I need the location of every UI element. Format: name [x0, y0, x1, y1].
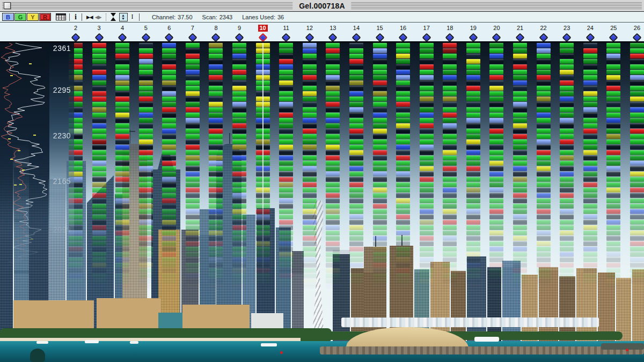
- lane-diamond-icon[interactable]: [141, 33, 150, 42]
- lane-marker-15[interactable]: 15: [368, 23, 392, 41]
- lane-diamond-icon[interactable]: [562, 33, 572, 42]
- gel-band: [162, 172, 176, 176]
- gel-band: [396, 204, 410, 209]
- lane-marker-22[interactable]: 22: [532, 23, 555, 41]
- gel-top-border: [0, 41, 644, 43]
- lane-marker-2[interactable]: 2: [64, 23, 87, 41]
- lane-marker-25[interactable]: 25: [602, 23, 625, 41]
- gel-band: [420, 86, 434, 91]
- lane-marker-4[interactable]: 4: [111, 23, 134, 41]
- text-cursor-icon[interactable]: I: [129, 13, 136, 21]
- lane-marker-6[interactable]: 6: [157, 23, 181, 41]
- lane-marker-9[interactable]: 9: [228, 23, 251, 41]
- lane-diamond-icon[interactable]: [399, 33, 408, 42]
- gel-band: [560, 268, 574, 273]
- lane-diamond-icon[interactable]: [375, 33, 384, 42]
- trace-tick: [10, 75, 13, 76]
- info-icon[interactable]: i: [73, 13, 78, 21]
- stepper-down-icon[interactable]: ▼: [121, 17, 125, 20]
- channel-y-button[interactable]: Y: [27, 13, 39, 21]
- trace-panel[interactable]: [0, 43, 49, 268]
- lane-marker-11[interactable]: 11: [274, 23, 298, 41]
- expand-lanes-icon[interactable]: ◀▶: [94, 14, 103, 20]
- gel-band: [373, 113, 387, 117]
- gel-band: [466, 134, 480, 139]
- lane-diamond-icon[interactable]: [282, 33, 291, 42]
- lane-marker-8[interactable]: 8: [204, 23, 228, 41]
- lane-marker-12[interactable]: 12: [298, 23, 321, 41]
- gel-band: [115, 64, 129, 69]
- channel-b-button[interactable]: B: [2, 13, 14, 21]
- gel-band: [326, 75, 340, 80]
- lane-diamond-icon[interactable]: [609, 33, 618, 42]
- lane-marker-19[interactable]: 19: [462, 23, 485, 41]
- lane-marker-18[interactable]: 18: [438, 23, 462, 41]
- lane-marker-23[interactable]: 23: [555, 23, 579, 41]
- lane-diamond-icon[interactable]: [165, 33, 174, 42]
- lane-number: 12: [305, 25, 314, 32]
- lane-marker-7[interactable]: 7: [181, 23, 204, 41]
- lane-marker-10[interactable]: 10: [251, 23, 275, 41]
- gel-band: [186, 263, 200, 268]
- lane-marker-14[interactable]: 14: [345, 23, 368, 41]
- lane-diamond-icon[interactable]: [492, 33, 501, 42]
- lane-diamond-icon[interactable]: [118, 33, 127, 42]
- gel-band: [186, 145, 200, 150]
- lane-diamond-icon[interactable]: [188, 33, 197, 42]
- lane-marker-24[interactable]: 24: [579, 23, 602, 41]
- gel-band: [606, 166, 620, 171]
- lane-diamond-icon[interactable]: [328, 33, 338, 42]
- gel-band: [443, 134, 457, 139]
- channel-g-button[interactable]: G: [14, 13, 26, 21]
- gel-band: [560, 166, 574, 171]
- gel-band: [162, 91, 176, 96]
- gel-band: [303, 97, 317, 101]
- gel-band: [513, 274, 527, 278]
- gel-image[interactable]: [0, 43, 644, 290]
- gel-band: [279, 80, 293, 85]
- gel-band: [583, 54, 597, 58]
- lane-diamond-icon[interactable]: [71, 33, 80, 42]
- lane-marker-5[interactable]: 5: [134, 23, 158, 41]
- lane-marker-13[interactable]: 13: [321, 23, 345, 41]
- lane-diamond-icon[interactable]: [445, 33, 455, 42]
- gel-band: [115, 166, 129, 171]
- lane-marker-16[interactable]: 16: [391, 23, 415, 41]
- lane-marker-26[interactable]: 26: [625, 23, 644, 41]
- gel-band: [373, 204, 387, 209]
- lane-marker-3[interactable]: 3: [87, 23, 111, 41]
- gel-band: [232, 70, 246, 75]
- gel-band: [139, 107, 153, 112]
- gel-band: [513, 172, 527, 176]
- trace-plot: [0, 43, 49, 268]
- channel-r-button[interactable]: R: [39, 13, 51, 21]
- lane-diamond-icon[interactable]: [516, 33, 525, 42]
- lane-diamond-icon[interactable]: [586, 33, 595, 42]
- lane-diamond-icon[interactable]: [258, 33, 267, 42]
- lane-diamond-icon[interactable]: [539, 33, 548, 42]
- gel-band: [583, 274, 597, 278]
- close-button[interactable]: [4, 2, 11, 9]
- gel-band: [139, 177, 153, 182]
- lane-diamond-icon[interactable]: [94, 33, 104, 42]
- lane-diamond-icon[interactable]: [469, 33, 478, 42]
- lane-marker-17[interactable]: 17: [415, 23, 438, 41]
- stepper-control[interactable]: ▲ ▼: [119, 13, 128, 21]
- lane-marker-20[interactable]: 20: [485, 23, 508, 41]
- lane-diamond-icon[interactable]: [211, 33, 221, 42]
- lane-marker-21[interactable]: 21: [508, 23, 532, 41]
- gel-band: [537, 284, 551, 289]
- gel-band: [466, 59, 480, 64]
- hourglass-icon[interactable]: [111, 13, 116, 21]
- gel-lane-12: [303, 43, 317, 290]
- gel-band: [92, 209, 106, 214]
- collapse-lanes-icon[interactable]: ▶◀: [85, 14, 94, 20]
- lane-diamond-icon[interactable]: [632, 33, 641, 42]
- gel-band: [162, 236, 176, 241]
- gel-band: [279, 59, 293, 64]
- lane-diamond-icon[interactable]: [352, 33, 361, 42]
- lane-diamond-icon[interactable]: [305, 33, 314, 42]
- table-icon[interactable]: [56, 13, 66, 20]
- lane-diamond-icon[interactable]: [235, 33, 244, 42]
- lane-diamond-icon[interactable]: [422, 33, 431, 42]
